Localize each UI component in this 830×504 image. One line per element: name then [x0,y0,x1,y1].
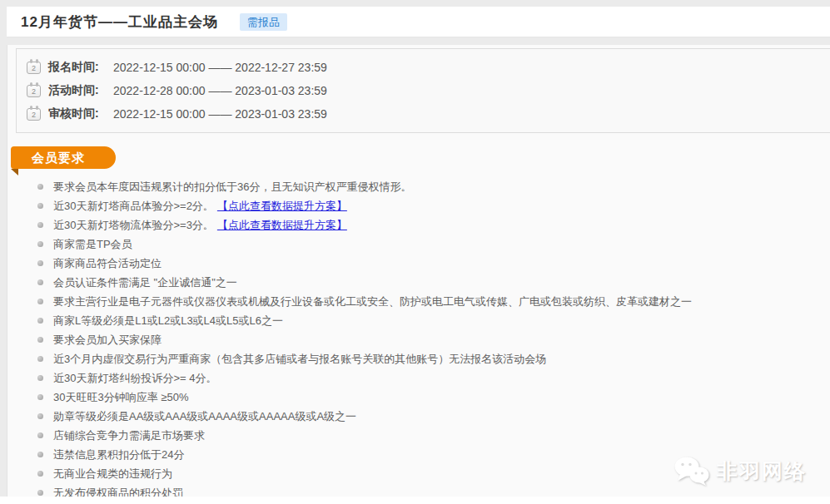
calendar-icon: 2 [27,85,41,97]
bullet-icon [37,413,43,419]
requirement-item: 商家L等级必须是L1或L2或L3或L4或L5或L6之一 [36,315,822,327]
bottom-strip [0,497,830,504]
bullet-icon [37,471,43,477]
requirement-text: 违禁信息累积扣分低于24分 [53,448,184,461]
requirement-text: 勋章等级必须是AA级或AAA级或AAAA级或AAAAA级或A级之一 [53,410,356,422]
bullet-icon [37,490,43,496]
requirement-item: 店铺综合竞争力需满足市场要求 [36,430,822,442]
data-improvement-link[interactable]: 【点此查看数据提升方案】 [217,200,347,212]
schedule-row-signup: 2 报名时间: 2022-12-15 00:00 —— 2022-12-27 2… [27,56,830,79]
requirement-text: 无商业合规类的违规行为 [53,467,172,480]
requirement-item: 会员认证条件需满足 "企业诚信通"之一 [36,277,822,289]
bullet-icon [37,184,43,190]
bullet-icon [37,299,43,304]
bullet-icon [37,394,43,400]
requirement-text: 店铺综合竞争力需满足市场要求 [53,429,205,442]
schedule-label: 活动时间: [48,83,113,98]
requirement-text: 要求会员本年度因违规累计的扣分低于36分，且无知识产权严重侵权情形。 [53,180,411,193]
bullet-icon [37,375,43,381]
requirement-text: 商家商品符合活动定位 [53,257,162,269]
main-panel: 2 报名时间: 2022-12-15 00:00 —— 2022-12-27 2… [7,45,830,497]
calendar-icon: 2 [27,62,41,74]
requirement-item: 商家需是TP会员 [36,239,822,250]
bullet-icon [37,432,43,438]
requirement-item: 要求会员加入买家保障 [36,334,822,346]
requirement-text: 近3个月内虚假交易行为严重商家（包含其多店铺或者与报名账号关联的其他账号）无法报… [53,353,546,365]
bullet-icon [37,222,43,228]
schedule-value: 2022-12-15 00:00 —— 2023-01-03 23:59 [113,107,327,121]
schedule-row-audit: 2 审核时间: 2022-12-15 00:00 —— 2023-01-03 2… [27,102,830,126]
requirement-item: 近30天新灯塔商品体验分>=2分。【点此查看数据提升方案】 [36,200,822,212]
requirement-item: 要求主营行业是电子元器件或仪器仪表或机械及行业设备或化工或安全、防护或电工电气或… [36,296,822,308]
requirement-item: 勋章等级必须是AA级或AAA级或AAAA级或AAAAA级或A级之一 [36,411,822,422]
requirement-text: 商家需是TP会员 [53,238,132,250]
bullet-icon [37,452,43,457]
page-header: 12月年货节——工业品主会场 需报品 [7,7,830,37]
requirement-text: 近30天新灯塔纠纷投诉分>= 4分。 [53,372,217,384]
schedule-label: 审核时间: [48,106,113,121]
requirement-item: 要求会员本年度因违规累计的扣分低于36分，且无知识产权严重侵权情形。 [36,181,822,193]
wechat-icon [673,456,710,486]
requirement-text: 近30天新灯塔物流体验分>=3分。 [53,219,214,231]
requirement-text: 要求会员加入买家保障 [53,334,162,346]
schedule-box: 2 报名时间: 2022-12-15 00:00 —— 2022-12-27 2… [16,48,830,133]
member-requirements-ribbon: 会员要求 [11,146,116,169]
need-report-badge: 需报品 [240,13,287,31]
bullet-icon [37,241,43,247]
bullet-icon [37,203,43,209]
watermark: 非羽网络 [673,456,807,486]
bullet-icon [37,356,43,362]
page-title: 12月年货节——工业品主会场 [21,12,218,32]
requirement-text: 要求主营行业是电子元器件或仪器仪表或机械及行业设备或化工或安全、防护或电工电气或… [53,295,692,308]
schedule-label: 报名时间: [48,60,113,75]
bullet-icon [37,260,43,266]
requirement-text: 会员认证条件需满足 "企业诚信通"之一 [53,276,237,289]
requirement-item: 近30天新灯塔物流体验分>=3分。【点此查看数据提升方案】 [36,220,822,231]
watermark-text: 非羽网络 [717,457,807,485]
requirement-text: 30天旺旺3分钟响应率 ≥50% [53,391,188,403]
requirement-item: 近30天新灯塔纠纷投诉分>= 4分。 [36,373,822,384]
schedule-value: 2022-12-15 00:00 —— 2022-12-27 23:59 [113,61,327,74]
calendar-icon: 2 [27,108,41,121]
data-improvement-link[interactable]: 【点此查看数据提升方案】 [217,219,347,231]
bullet-icon [37,337,43,343]
schedule-value: 2022-12-28 00:00 —— 2023-01-03 23:59 [113,84,327,97]
requirement-text: 商家L等级必须是L1或L2或L3或L4或L5或L6之一 [53,314,283,327]
requirement-item: 30天旺旺3分钟响应率 ≥50% [36,392,822,403]
bullet-icon [37,318,43,324]
bullet-icon [37,279,43,285]
requirement-item: 商家商品符合活动定位 [36,258,822,269]
requirement-item: 近3个月内虚假交易行为严重商家（包含其多店铺或者与报名账号关联的其他账号）无法报… [36,353,822,365]
schedule-row-activity: 2 活动时间: 2022-12-28 00:00 —— 2023-01-03 2… [27,79,830,102]
requirement-text: 近30天新灯塔商品体验分>=2分。 [53,200,214,212]
